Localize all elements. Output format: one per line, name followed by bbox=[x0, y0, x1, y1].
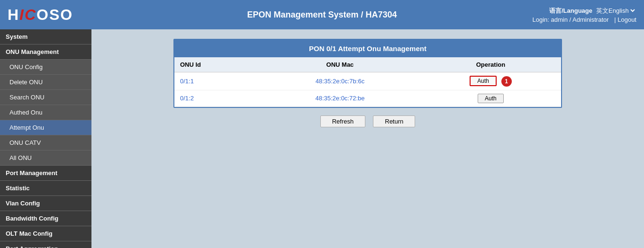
sidebar-item-attempt-onu[interactable]: Attempt Onu bbox=[0, 120, 91, 135]
auth-button-0[interactable]: Auth bbox=[470, 76, 497, 86]
language-select[interactable]: 英文English bbox=[594, 7, 636, 15]
action-buttons: Refresh Return bbox=[101, 115, 635, 127]
refresh-button[interactable]: Refresh bbox=[320, 115, 366, 127]
sidebar-item-onu-management[interactable]: ONU Management bbox=[0, 44, 91, 60]
sidebar-item-port-aggregation[interactable]: Port Aggregration bbox=[0, 241, 91, 248]
sidebar-item-search-onu[interactable]: Search ONU bbox=[0, 90, 91, 105]
col-onu-id: ONU Id bbox=[174, 57, 260, 72]
table-title: PON 0/1 Attempt Onu Management bbox=[174, 40, 561, 57]
main-content: PON 0/1 Attempt Onu Management ONU Id ON… bbox=[91, 29, 644, 248]
table-row: 0/1:2 48:35:2e:0c:72:be Auth bbox=[174, 90, 561, 106]
lang-label: 语言/Language bbox=[549, 7, 592, 15]
logo: HICOSO bbox=[8, 6, 73, 24]
pon-table-container: PON 0/1 Attempt Onu Management ONU Id ON… bbox=[173, 39, 562, 108]
table-header-row: ONU Id ONU Mac Operation bbox=[174, 57, 561, 72]
onu-id-cell: 0/1:2 bbox=[174, 90, 260, 106]
onu-table: ONU Id ONU Mac Operation 0/1:1 48:35:2e:… bbox=[174, 57, 561, 107]
col-operation: Operation bbox=[420, 57, 561, 72]
sidebar-item-authed-onu[interactable]: Authed Onu bbox=[0, 105, 91, 120]
sidebar-item-onu-config[interactable]: ONU Config bbox=[0, 60, 91, 75]
login-text: Login: admin / Administrator bbox=[532, 16, 608, 23]
page-title: EPON Management System / HA7304 bbox=[247, 10, 397, 20]
header-right: 语言/Language 英文English Login: admin / Adm… bbox=[532, 7, 636, 23]
sidebar-item-onu-catv[interactable]: ONU CATV bbox=[0, 135, 91, 151]
sidebar-item-vlan-config[interactable]: Vlan Config bbox=[0, 196, 91, 211]
badge-1: 1 bbox=[501, 76, 512, 87]
sidebar-item-bandwidth-config[interactable]: Bandwidth Config bbox=[0, 211, 91, 226]
operation-cell: Auth 1 bbox=[420, 72, 561, 90]
sidebar-item-port-management[interactable]: Port Management bbox=[0, 166, 91, 181]
sidebar-item-delete-onu[interactable]: Delete ONU bbox=[0, 75, 91, 90]
table-row: 0/1:1 48:35:2e:0c:7b:6c Auth 1 bbox=[174, 72, 561, 90]
header: HICOSO EPON Management System / HA7304 语… bbox=[0, 0, 644, 29]
col-onu-mac: ONU Mac bbox=[260, 57, 420, 72]
sidebar-item-all-onu[interactable]: All ONU bbox=[0, 151, 91, 166]
sidebar-item-statistic[interactable]: Statistic bbox=[0, 181, 91, 196]
login-row: Login: admin / Administrator | Logout bbox=[532, 16, 636, 23]
layout: System ONU Management ONU Config Delete … bbox=[0, 29, 644, 248]
onu-mac-cell: 48:35:2e:0c:7b:6c bbox=[260, 72, 420, 90]
logout-link[interactable]: | Logout bbox=[614, 16, 636, 23]
operation-cell: Auth bbox=[420, 90, 561, 106]
onu-mac-cell: 48:35:2e:0c:72:be bbox=[260, 90, 420, 106]
auth-button-1[interactable]: Auth bbox=[478, 94, 504, 103]
sidebar-item-system[interactable]: System bbox=[0, 29, 91, 44]
return-button[interactable]: Return bbox=[373, 115, 415, 127]
logo-text: HICOSO bbox=[8, 6, 73, 24]
onu-id-cell: 0/1:1 bbox=[174, 72, 260, 90]
sidebar: System ONU Management ONU Config Delete … bbox=[0, 29, 91, 248]
language-row: 语言/Language 英文English bbox=[549, 7, 636, 15]
sidebar-item-olt-mac-config[interactable]: OLT Mac Config bbox=[0, 226, 91, 241]
